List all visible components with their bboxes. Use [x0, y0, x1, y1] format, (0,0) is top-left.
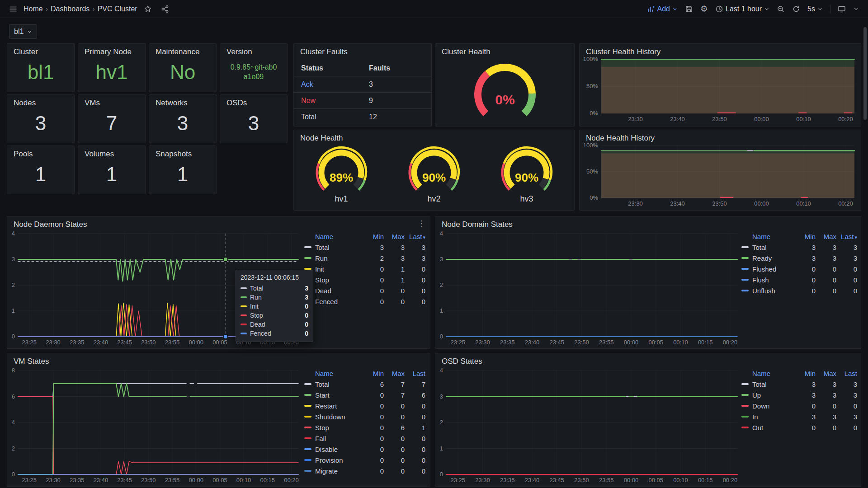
- legend-series-label: Fenced: [315, 298, 338, 305]
- legend-item[interactable]: Flushed000: [741, 263, 857, 274]
- node-health-history-chart[interactable]: 0%50%100%23:3023:4023:5000:0000:1000:20: [581, 142, 858, 208]
- stat-value: 0.9.85~git-ab0a1e09: [220, 56, 287, 92]
- legend-item[interactable]: Total333: [741, 379, 857, 389]
- svg-text:3: 3: [440, 393, 443, 400]
- legend-item[interactable]: Total333: [741, 242, 857, 253]
- svg-text:0%: 0%: [590, 194, 598, 201]
- svg-text:23:55: 23:55: [599, 339, 614, 346]
- stat-value: bl1: [7, 56, 74, 92]
- time-range-picker[interactable]: Last 1 hour: [712, 4, 772, 14]
- node-gauge-hv2: 90%hv2: [389, 143, 479, 204]
- collapse-toolbar-button[interactable]: [850, 5, 862, 13]
- svg-text:100%: 100%: [583, 142, 599, 149]
- legend-series-name: Down: [741, 402, 795, 410]
- legend-col-min[interactable]: Min: [363, 370, 384, 377]
- node-domain-states-chart[interactable]: 0123423:2523:3023:3523:4023:4523:5023:55…: [437, 230, 741, 347]
- refresh-button[interactable]: [789, 4, 803, 14]
- legend-item[interactable]: Stop061: [304, 422, 425, 433]
- svg-text:4: 4: [440, 367, 443, 374]
- legend-item[interactable]: Up333: [741, 389, 857, 400]
- add-button[interactable]: Add: [644, 4, 680, 14]
- legend-min: 3: [795, 254, 816, 262]
- legend-series-label: Total: [752, 380, 767, 388]
- legend-item[interactable]: Total333: [304, 242, 425, 253]
- faults-row: New9: [294, 93, 431, 109]
- stat-value-text: 7: [106, 112, 117, 135]
- breadcrumb-dashboards[interactable]: Dashboards: [51, 5, 90, 13]
- legend-item[interactable]: Fail000: [304, 433, 425, 444]
- legend-col-min[interactable]: Min: [795, 370, 816, 377]
- legend-series-name: Total: [741, 244, 795, 251]
- legend-header: NameMinMaxLast: [304, 368, 425, 379]
- legend-swatch: [741, 416, 749, 418]
- svg-text:23:40: 23:40: [525, 477, 540, 483]
- legend-item[interactable]: Unflush000: [741, 285, 857, 296]
- fault-count: 9: [369, 97, 373, 105]
- variable-value: bl1: [14, 28, 24, 36]
- sort-caret-icon: ▾: [423, 235, 425, 240]
- legend-col-last[interactable]: Last▾: [405, 233, 425, 240]
- zoom-out-button[interactable]: [774, 4, 788, 14]
- legend-col-last[interactable]: Last: [836, 370, 857, 377]
- legend-item[interactable]: Fenced000: [304, 296, 425, 307]
- legend-item[interactable]: Run233: [304, 253, 425, 263]
- zoom-out-icon: [777, 5, 785, 13]
- save-dashboard-button[interactable]: [682, 4, 696, 14]
- favorite-star-button[interactable]: [141, 4, 155, 14]
- osd-states-chart[interactable]: 0123423:2523:3023:3523:4023:4523:5023:55…: [437, 367, 741, 484]
- legend-item[interactable]: In333: [741, 411, 857, 422]
- dashboard-settings-button[interactable]: ⚙: [698, 4, 711, 14]
- vm-states-chart[interactable]: 0246823:2523:3023:3523:4023:4523:5023:55…: [9, 367, 302, 484]
- refresh-interval-picker[interactable]: 5s: [805, 4, 826, 14]
- legend-col-name[interactable]: Name: [741, 370, 795, 377]
- legend-item[interactable]: Provision000: [304, 455, 425, 465]
- svg-text:23:40: 23:40: [670, 200, 685, 207]
- breadcrumb-home[interactable]: Home: [24, 5, 43, 13]
- legend-item[interactable]: Shutdown000: [304, 411, 425, 422]
- legend-col-max[interactable]: Max: [384, 233, 405, 240]
- legend-item[interactable]: Dead000: [304, 285, 425, 296]
- legend-item[interactable]: Ready333: [741, 253, 857, 263]
- legend-item[interactable]: Flush000: [741, 274, 857, 285]
- legend-item[interactable]: Disable000: [304, 444, 425, 455]
- legend-min: 2: [363, 254, 384, 262]
- legend-min: 3: [795, 244, 816, 251]
- legend-item[interactable]: Stop010: [304, 274, 425, 285]
- stat-value: 3: [7, 108, 74, 143]
- legend-max: 0: [816, 276, 836, 284]
- legend-series-label: Dead: [315, 287, 331, 295]
- svg-text:2: 2: [12, 445, 15, 452]
- legend-col-last[interactable]: Last▾: [836, 233, 857, 240]
- stat-panel-osds: OSDs3: [220, 94, 288, 143]
- legend-item[interactable]: Migrate000: [304, 465, 425, 476]
- legend-item[interactable]: Down000: [741, 400, 857, 411]
- legend-series-label: Up: [752, 391, 761, 399]
- menu-toggle-button[interactable]: [6, 4, 20, 14]
- legend-min: 0: [363, 467, 384, 475]
- share-button[interactable]: [158, 4, 172, 14]
- panel-title: OSD States: [435, 353, 861, 366]
- svg-text:23:35: 23:35: [70, 477, 85, 483]
- legend-series-label: Stop: [315, 276, 329, 284]
- legend-col-max[interactable]: Max: [384, 370, 405, 377]
- legend-col-max[interactable]: Max: [816, 370, 836, 377]
- legend-col-name[interactable]: Name: [304, 370, 363, 377]
- legend-col-min[interactable]: Min: [363, 233, 384, 240]
- tv-mode-button[interactable]: [835, 4, 849, 14]
- variable-dropdown[interactable]: bl1: [9, 24, 37, 39]
- legend-col-name[interactable]: Name: [741, 233, 795, 240]
- legend-item[interactable]: Init010: [304, 263, 425, 274]
- legend-col-last[interactable]: Last: [405, 370, 425, 377]
- scrollbar[interactable]: [863, 27, 867, 120]
- stat-title: Pools: [7, 146, 74, 159]
- svg-text:23:45: 23:45: [549, 477, 564, 483]
- legend-item[interactable]: Total677: [304, 379, 425, 389]
- legend-item[interactable]: Out000: [741, 422, 857, 433]
- legend-item[interactable]: Restart000: [304, 400, 425, 411]
- legend-col-name[interactable]: Name: [304, 233, 363, 240]
- legend-col-min[interactable]: Min: [795, 233, 816, 240]
- panel-menu-icon[interactable]: ⋮: [417, 220, 425, 228]
- legend-col-max[interactable]: Max: [816, 233, 836, 240]
- cluster-health-history-chart[interactable]: 0%50%100%23:3023:4023:5000:0000:1000:20: [581, 56, 858, 123]
- legend-item[interactable]: Start076: [304, 389, 425, 400]
